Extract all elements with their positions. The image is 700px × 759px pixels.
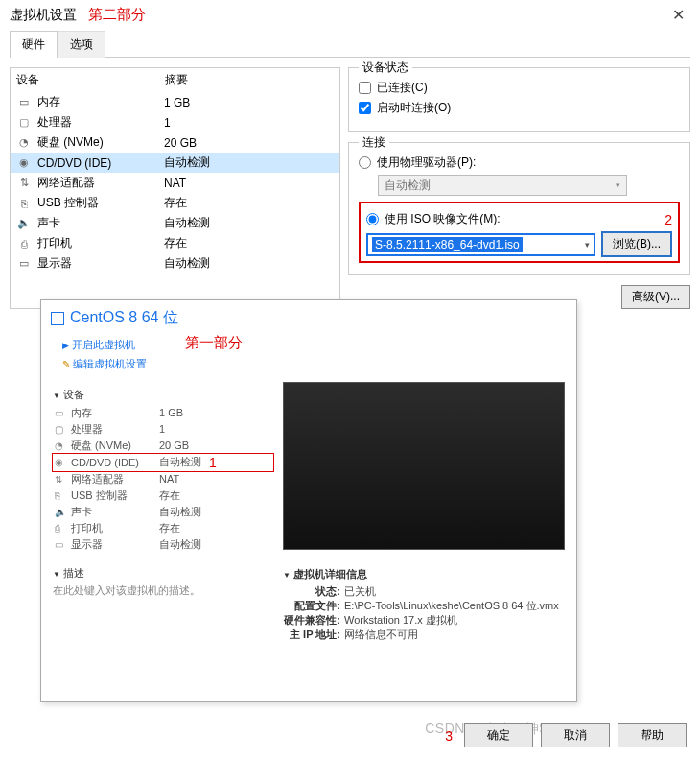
annotation-mark-1: 1	[209, 455, 217, 470]
device-name: 网络适配器	[37, 175, 164, 191]
tab-options[interactable]: 选项	[58, 31, 105, 58]
browse-button[interactable]: 浏览(B)...	[601, 231, 672, 257]
inner-dev-row-0[interactable]: ▭内存1 GB	[53, 405, 273, 421]
device-summary: 20 GB	[159, 439, 189, 451]
inner-dev-row-5[interactable]: ⎘USB 控制器存在	[53, 487, 273, 504]
checkbox-connected[interactable]: 已连接(C)	[359, 80, 680, 96]
device-icon: ▭	[55, 408, 68, 418]
device-summary: 自动检测	[159, 537, 201, 552]
device-name: 内存	[71, 406, 159, 420]
device-summary: 存在	[164, 235, 187, 251]
checkbox-connect-on-power-input[interactable]	[359, 102, 371, 114]
hw-row-7[interactable]: ⎙打印机存在	[11, 233, 339, 253]
device-name: CD/DVD (IDE)	[37, 156, 164, 170]
inner-dev-row-3[interactable]: ◉CD/DVD (IDE)自动检测1	[53, 454, 273, 471]
device-icon: ◔	[16, 136, 32, 149]
col-device: 设备	[16, 72, 165, 88]
inner-dev-row-2[interactable]: ◔硬盘 (NVMe)20 GB	[53, 438, 273, 454]
group-title-connection: 连接	[359, 134, 389, 151]
iso-path-value: S-8.5.2111-x86_64-dvd1.iso	[372, 237, 523, 252]
checkbox-connect-on-power-label: 启动时连接(O)	[377, 100, 451, 116]
radio-physical-label: 使用物理驱动器(P):	[377, 154, 476, 171]
device-summary: 20 GB	[164, 136, 197, 150]
section-devices[interactable]: ▼设备	[53, 388, 273, 402]
annotation-part2: 第二部分	[88, 6, 146, 24]
hw-row-0[interactable]: ▭内存1 GB	[11, 92, 339, 112]
annotation-mark-3: 3	[445, 728, 453, 744]
device-icon: ▭	[16, 96, 32, 108]
radio-iso-label: 使用 ISO 映像文件(M):	[385, 211, 501, 227]
hw-row-1[interactable]: ▢处理器1	[11, 112, 339, 132]
device-summary: 自动检测	[159, 505, 201, 519]
device-summary: 自动检测	[164, 255, 210, 272]
inner-dev-row-8[interactable]: ▭显示器自动检测	[53, 536, 273, 553]
device-icon: ⎘	[16, 198, 32, 209]
tab-hardware[interactable]: 硬件	[10, 31, 58, 58]
checkbox-connect-on-power[interactable]: 启动时连接(O)	[359, 100, 680, 116]
device-name: 打印机	[71, 521, 159, 535]
iso-path-combo[interactable]: S-8.5.2111-x86_64-dvd1.iso ▾	[366, 233, 595, 256]
physical-drive-dropdown[interactable]: 自动检测 ▾	[378, 175, 627, 196]
device-name: 处理器	[37, 114, 164, 130]
cancel-button[interactable]: 取消	[541, 723, 610, 747]
device-name: USB 控制器	[71, 488, 159, 503]
device-icon: ◉	[55, 457, 68, 467]
annotation-mark-2: 2	[665, 212, 672, 227]
hw-row-5[interactable]: ⎘USB 控制器存在	[11, 193, 339, 213]
connection-group: 连接 使用物理驱动器(P): 自动检测 ▾ 使用 ISO 映像文件(M): 2 …	[348, 142, 690, 275]
device-name: CD/DVD (IDE)	[71, 457, 159, 468]
radio-physical-input[interactable]	[359, 156, 371, 169]
inner-dev-row-6[interactable]: 🔈声卡自动检测	[53, 504, 273, 520]
device-icon: ⎙	[55, 523, 68, 534]
play-icon: ▶	[62, 341, 69, 350]
checkbox-connected-label: 已连接(C)	[377, 80, 428, 96]
tab-bar: 硬件 选项	[10, 30, 690, 58]
radio-physical-drive[interactable]: 使用物理驱动器(P):	[359, 154, 680, 171]
detail-compat: Workstation 17.x 虚拟机	[344, 613, 457, 628]
description-placeholder[interactable]: 在此处键入对该虚拟机的描述。	[53, 583, 273, 598]
radio-iso-file[interactable]: 使用 ISO 映像文件(M): 2	[366, 211, 672, 227]
vm-name: CentOS 8 64 位	[70, 308, 178, 328]
device-name: 显示器	[71, 537, 159, 552]
inner-dev-row-4[interactable]: ⇅网络适配器NAT	[53, 471, 273, 487]
device-summary: 1 GB	[159, 407, 183, 418]
device-icon: ⎙	[16, 238, 32, 249]
help-button[interactable]: 帮助	[618, 723, 687, 747]
radio-iso-input[interactable]	[366, 213, 379, 225]
device-name: 声卡	[71, 505, 159, 519]
iso-section-highlight: 使用 ISO 映像文件(M): 2 S-8.5.2111-x86_64-dvd1…	[359, 202, 680, 263]
device-icon: ▢	[16, 116, 32, 129]
section-vm-details[interactable]: ▼虚拟机详细信息	[283, 567, 565, 581]
device-icon: 🔈	[16, 217, 32, 229]
hw-row-4[interactable]: ⇅网络适配器NAT	[11, 173, 339, 193]
ok-button[interactable]: 确定	[464, 723, 533, 747]
hardware-list: 设备 摘要 ▭内存1 GB▢处理器1◔硬盘 (NVMe)20 GB◉CD/DVD…	[10, 67, 340, 309]
device-name: 打印机	[37, 235, 164, 251]
checkbox-connected-input[interactable]	[359, 82, 371, 94]
device-name: 内存	[37, 94, 164, 110]
device-status-group: 设备状态 已连接(C) 启动时连接(O)	[348, 67, 690, 132]
hw-row-6[interactable]: 🔈声卡自动检测	[11, 213, 339, 233]
inner-dev-row-1[interactable]: ▢处理器1	[53, 421, 273, 438]
window-title: 虚拟机设置	[10, 7, 77, 24]
section-description[interactable]: ▼描述	[53, 566, 273, 581]
device-name: 硬盘 (NVMe)	[37, 134, 164, 151]
hw-row-3[interactable]: ◉CD/DVD (IDE)自动检测	[11, 153, 339, 173]
detail-ip: 网络信息不可用	[344, 628, 418, 642]
physical-drive-value: 自动检测	[385, 178, 431, 194]
annotation-part1: 第一部分	[185, 334, 243, 352]
link-power-on[interactable]: ▶开启此虚拟机	[62, 336, 147, 355]
link-edit-settings[interactable]: ✎编辑虚拟机设置	[62, 355, 147, 374]
device-summary: 自动检测	[164, 215, 210, 231]
device-name: 处理器	[71, 422, 159, 437]
inner-dev-row-7[interactable]: ⎙打印机存在	[53, 520, 273, 536]
vm-overview-panel: CentOS 8 64 位 ▶开启此虚拟机 ✎编辑虚拟机设置 第一部分 ▼设备 …	[40, 299, 577, 702]
col-summary: 摘要	[165, 72, 188, 88]
device-icon: ⇅	[55, 474, 68, 485]
device-summary: 1	[164, 116, 171, 130]
advanced-button[interactable]: 高级(V)...	[621, 285, 690, 309]
hw-row-2[interactable]: ◔硬盘 (NVMe)20 GB	[11, 132, 339, 153]
device-icon: 🔈	[55, 507, 68, 517]
close-icon[interactable]: ✕	[666, 6, 690, 24]
hw-row-8[interactable]: ▭显示器自动检测	[11, 253, 339, 273]
